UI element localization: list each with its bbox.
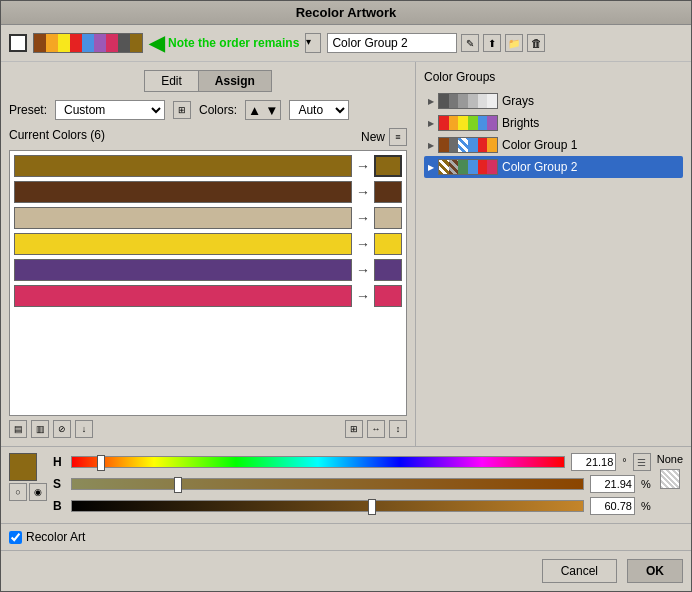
bottom-icons: ▤ ▥ ⊘ ↓ ⊞ ↔ ↕ — [9, 420, 407, 438]
color-bar-2[interactable] — [14, 181, 352, 203]
h-slider-track[interactable] — [71, 456, 565, 468]
new-swatch-4[interactable] — [374, 233, 402, 255]
tab-assign[interactable]: Assign — [198, 70, 272, 92]
hsb-container: ○ ◉ H ° ☰ S — [1, 447, 691, 523]
b-slider-thumb[interactable] — [368, 499, 376, 515]
s-slider-track[interactable] — [71, 478, 584, 490]
toolbar-dropdown-btn[interactable]: ▾ — [305, 33, 321, 53]
recolor-row: Recolor Art — [1, 523, 691, 550]
recolor-label: Recolor Art — [26, 530, 85, 544]
h-value-input[interactable] — [571, 453, 616, 471]
current-colors-label: Current Colors (6) — [9, 128, 105, 146]
dropdown-arrow-icon: ▾ — [306, 36, 311, 47]
none-swatch[interactable] — [660, 469, 680, 489]
h-row: H ° ☰ — [53, 453, 651, 471]
add-row-icon[interactable]: ▤ — [9, 420, 27, 438]
cancel-button[interactable]: Cancel — [542, 559, 617, 583]
remove-row-icon[interactable]: ▥ — [31, 420, 49, 438]
link-icon[interactable]: ⊘ — [53, 420, 71, 438]
note-area: ◀ Note the order remains — [149, 31, 299, 55]
main-area: Edit Assign Preset: Custom ⊞ Colors: ▲ ▼… — [1, 62, 691, 446]
color-bar-1[interactable] — [14, 155, 352, 177]
recolor-checkbox-label[interactable]: Recolor Art — [9, 530, 85, 544]
list-item-grays[interactable]: ▶ Grays — [424, 90, 683, 112]
none-label: None — [657, 453, 683, 465]
preset-grid-icon[interactable]: ⊞ — [173, 101, 191, 119]
s-unit: % — [641, 478, 651, 490]
note-text: Note the order remains — [168, 36, 299, 50]
list-item-brights[interactable]: ▶ Brights — [424, 112, 683, 134]
preset-select[interactable]: Custom — [55, 100, 165, 120]
grid-view-icon[interactable]: ⊞ — [345, 420, 363, 438]
ok-button[interactable]: OK — [627, 559, 683, 583]
sliders-area: H ° ☰ S % — [53, 453, 651, 519]
colors-label: Colors: — [199, 103, 237, 117]
new-swatch-6[interactable] — [374, 285, 402, 307]
arrow-icon-1: → — [356, 158, 370, 174]
tab-edit[interactable]: Edit — [144, 70, 198, 92]
group-swatches-group1 — [438, 137, 498, 153]
new-swatch-1[interactable] — [374, 155, 402, 177]
recolor-checkbox[interactable] — [9, 531, 22, 544]
color-bar-4[interactable] — [14, 233, 352, 255]
color-bar-3[interactable] — [14, 207, 352, 229]
colors-down-btn[interactable]: ▼ — [263, 103, 280, 118]
bottom-section: ○ ◉ H ° ☰ S — [1, 446, 691, 591]
color-bar-5[interactable] — [14, 259, 352, 281]
color-group-input[interactable] — [327, 33, 457, 53]
colors-up-btn[interactable]: ▲ — [246, 103, 263, 118]
arrow-icon-5: → — [356, 262, 370, 278]
expand-icon-group1: ▶ — [428, 141, 434, 150]
group-name-group1: Color Group 1 — [502, 138, 679, 152]
b-row: B % — [53, 497, 651, 515]
group-name-brights: Brights — [502, 116, 679, 130]
expand-icon-group2: ▶ — [428, 163, 434, 172]
toolbar: ◀ Note the order remains ▾ ✎ ⬆ 📁 🗑 — [1, 25, 691, 62]
table-row: → — [14, 155, 402, 177]
b-value-input[interactable] — [590, 497, 635, 515]
h-options-icon[interactable]: ☰ — [633, 453, 651, 471]
new-swatch-3[interactable] — [374, 207, 402, 229]
s-slider-thumb[interactable] — [174, 477, 182, 493]
colors-select[interactable]: Auto — [289, 100, 349, 120]
preset-row: Preset: Custom ⊞ Colors: ▲ ▼ Auto — [9, 100, 407, 120]
s-value-input[interactable] — [590, 475, 635, 493]
arrow-icon-3: → — [356, 210, 370, 226]
table-row: → — [14, 233, 402, 255]
list-item-group2[interactable]: ▶ Color Group 2 — [424, 156, 683, 178]
table-row: → — [14, 285, 402, 307]
preset-label: Preset: — [9, 103, 47, 117]
expand-icon-brights: ▶ — [428, 119, 434, 128]
h-slider-thumb[interactable] — [97, 455, 105, 471]
color-mode-icon[interactable]: ○ — [9, 483, 27, 501]
small-swatch — [9, 34, 27, 52]
color-preview: ○ ◉ — [9, 453, 47, 501]
swap-icon[interactable]: ↕ — [389, 420, 407, 438]
green-arrow-icon: ◀ — [149, 31, 164, 55]
group-name-group2: Color Group 2 — [502, 160, 679, 174]
recolor-icon-btn[interactable]: ✎ — [461, 34, 479, 52]
b-slider-track[interactable] — [71, 500, 584, 512]
new-swatch-5[interactable] — [374, 259, 402, 281]
folder-icon-btn[interactable]: 📁 — [505, 34, 523, 52]
save-icon-btn[interactable]: ⬆ — [483, 34, 501, 52]
right-panel: Color Groups ▶ Grays ▶ — [416, 62, 691, 446]
group-swatches-brights — [438, 115, 498, 131]
new-swatch-2[interactable] — [374, 181, 402, 203]
delete-icon-btn[interactable]: 🗑 — [527, 34, 545, 52]
new-label: New — [361, 130, 385, 144]
eyedropper-icon[interactable]: ◉ — [29, 483, 47, 501]
colors-container: → → → → — [9, 150, 407, 416]
row-view-icon[interactable]: ↔ — [367, 420, 385, 438]
add-color-icon[interactable]: ↓ — [75, 420, 93, 438]
dialog-title: Recolor Artwork — [296, 5, 397, 20]
color-bar-6[interactable] — [14, 285, 352, 307]
toolbar-swatches[interactable] — [33, 33, 143, 53]
columns-icon[interactable]: ≡ — [389, 128, 407, 146]
color-preview-box — [9, 453, 37, 481]
none-area: None — [657, 453, 683, 489]
list-item-group1[interactable]: ▶ Color Group 1 — [424, 134, 683, 156]
s-label: S — [53, 477, 65, 491]
color-groups-title: Color Groups — [424, 70, 683, 84]
group-name-grays: Grays — [502, 94, 679, 108]
